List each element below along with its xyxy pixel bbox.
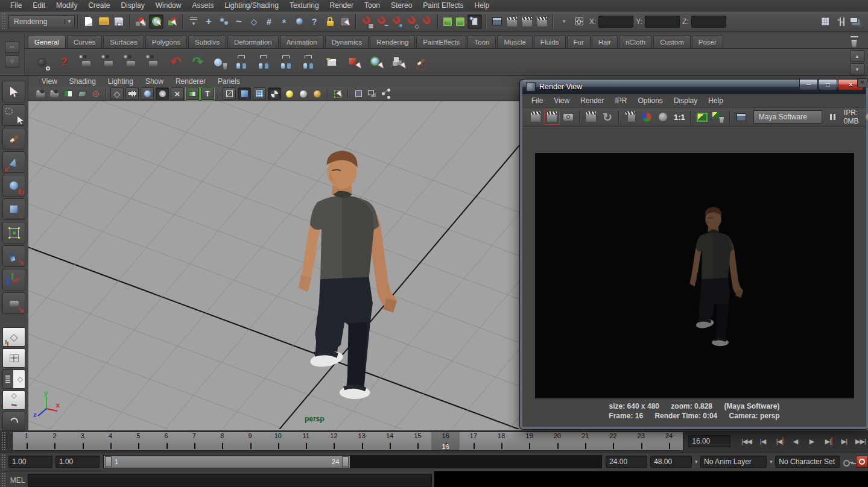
lock-selection-button[interactable] — [323, 15, 337, 28]
show-attribute-editor-button[interactable] — [849, 15, 862, 28]
shelf-tab-ncloth[interactable]: nCloth — [619, 35, 652, 48]
frame-cell-10[interactable]: 10 — [264, 432, 292, 450]
frame-cell-6[interactable]: 6 — [152, 432, 180, 450]
menu-texturing[interactable]: Texturing — [284, 1, 325, 10]
zoom-tool-button[interactable] — [144, 53, 162, 71]
ipr-render-button[interactable] — [521, 15, 534, 28]
group-button[interactable] — [256, 53, 274, 71]
field-entry-mode-dropdown[interactable] — [557, 15, 571, 28]
range-end-handle[interactable] — [342, 456, 349, 467]
frame-cell-17[interactable]: 17 — [460, 432, 487, 450]
no-lighting-button[interactable] — [311, 88, 323, 99]
highlight-selection-button[interactable] — [338, 15, 352, 28]
safe-title-button[interactable] — [201, 87, 214, 100]
shelf-help-button[interactable] — [55, 53, 73, 71]
select-hierarchy-mode-button[interactable] — [134, 15, 147, 28]
frame-cell-24[interactable]: 24 — [655, 432, 683, 450]
menu-help[interactable]: Help — [469, 1, 495, 10]
menu-create[interactable]: Create — [83, 1, 115, 10]
step-forward-frame-button[interactable]: ▶| — [837, 435, 852, 448]
shelf-tab-muscle[interactable]: Muscle — [497, 35, 532, 48]
render-view-menu-help[interactable]: Help — [703, 96, 729, 105]
x-input[interactable] — [598, 16, 633, 28]
mask-joints-button[interactable] — [217, 15, 230, 28]
menu-file[interactable]: File — [5, 1, 27, 10]
current-time-field[interactable]: 16.00 — [688, 435, 730, 447]
frame-cell-12[interactable]: 12 — [320, 432, 347, 450]
maximize-button[interactable]: □ — [819, 80, 837, 90]
frame-cell-9[interactable]: 9 — [236, 432, 264, 450]
animation-start-field[interactable]: 1.00 — [8, 456, 52, 468]
unparent-button[interactable] — [300, 53, 318, 71]
input-connections-button[interactable] — [442, 17, 453, 27]
frame-cell-11[interactable]: 11 — [292, 432, 320, 450]
shelf-tab-poser[interactable]: Poser — [692, 35, 723, 48]
parent-button[interactable] — [233, 53, 252, 71]
select-camera-button[interactable] — [34, 88, 46, 99]
select-tool[interactable] — [2, 81, 25, 102]
mask-surfaces-button[interactable] — [247, 15, 261, 28]
panel-menu-renderer[interactable]: Renderer — [169, 77, 212, 86]
shelf-tab-toon[interactable]: Toon — [467, 35, 496, 48]
resolution-gate-button[interactable] — [141, 87, 154, 100]
selection-mask-preset-dropdown[interactable] — [187, 15, 200, 28]
shelf-tab-painteffects[interactable]: PaintEffects — [416, 35, 466, 48]
menu-display[interactable]: Display — [115, 1, 150, 10]
2d-pan-zoom-button[interactable] — [90, 88, 102, 99]
undo-button[interactable] — [166, 53, 185, 71]
time-slider[interactable]: 1 2 3 4 5 6 7 8 — [12, 432, 683, 451]
render-view-menu-options[interactable]: Options — [633, 96, 668, 105]
toolbar-grip[interactable] — [1, 13, 6, 30]
render-view-menu-display[interactable]: Display — [668, 96, 703, 105]
shelf-tab-curves[interactable]: Curves — [67, 35, 102, 48]
frame-cell-20[interactable]: 20 — [543, 432, 571, 450]
shelf-tab-custom[interactable]: Custom — [653, 35, 691, 48]
wireframe-button[interactable] — [223, 87, 236, 100]
shelf-item-menu-button[interactable]: ▭ — [5, 41, 19, 53]
mask-deformations-button[interactable] — [262, 15, 276, 28]
character-set-field[interactable]: No Character Set — [775, 456, 839, 468]
universal-manipulator-tool[interactable] — [2, 222, 25, 244]
layout-persp-outliner-button[interactable] — [2, 369, 25, 389]
shelf-scroll-down-button[interactable] — [850, 63, 864, 75]
keep-image-button[interactable] — [695, 110, 709, 124]
isolate-select-button[interactable] — [332, 88, 344, 99]
region-render-button[interactable] — [623, 110, 638, 124]
grid-button[interactable] — [110, 87, 124, 100]
menu-window[interactable]: Window — [150, 1, 187, 10]
step-forward-key-button[interactable]: ▶| — [820, 435, 835, 448]
use-all-lights-button[interactable] — [268, 87, 281, 100]
render-view-menu-file[interactable]: File — [526, 96, 548, 105]
ungroup-button[interactable] — [278, 53, 296, 71]
select-component-button[interactable] — [390, 53, 408, 71]
move-tool[interactable] — [2, 151, 25, 173]
flat-lighting-button[interactable] — [297, 88, 309, 99]
lasso-tool[interactable] — [2, 104, 25, 126]
shelf-tab-hair[interactable]: Hair — [592, 35, 618, 48]
construction-history-button[interactable] — [467, 14, 482, 29]
menu-modify[interactable]: Modify — [51, 1, 83, 10]
select-hierarchy-button[interactable] — [345, 53, 363, 71]
anim-layer-dropdown-icon[interactable] — [692, 455, 700, 468]
current-tool-camera[interactable] — [2, 292, 25, 314]
tumble-tool-button[interactable] — [77, 53, 95, 71]
menu-set-dropdown[interactable]: Rendering ▼ — [8, 15, 75, 28]
animation-end-field[interactable]: 48.00 — [650, 456, 692, 468]
menu-paint-effects[interactable]: Paint Effects — [417, 1, 469, 10]
frame-cell-19[interactable]: 19 — [515, 432, 543, 450]
frame-cell-8[interactable]: 8 — [208, 432, 236, 450]
select-object-mode-button[interactable] — [149, 14, 163, 29]
render-settings-button[interactable] — [536, 15, 549, 28]
menu-render[interactable]: Render — [325, 1, 359, 10]
mask-dynamics-button[interactable] — [277, 15, 291, 28]
shelf-tab-general[interactable]: General — [28, 35, 66, 48]
field-chart-button[interactable] — [171, 87, 184, 100]
frame-cell-7[interactable]: 7 — [180, 432, 208, 450]
frame-cell-15[interactable]: 15 — [404, 432, 431, 450]
frame-cell-21[interactable]: 21 — [571, 432, 599, 450]
frame-cell-16[interactable]: 16 16 — [431, 432, 459, 450]
snap-to-view-plane-button[interactable] — [405, 15, 419, 28]
script-output[interactable] — [434, 471, 868, 487]
shelf-tab-surfaces[interactable]: Surfaces — [103, 35, 144, 48]
menu-stereo[interactable]: Stereo — [385, 1, 417, 10]
